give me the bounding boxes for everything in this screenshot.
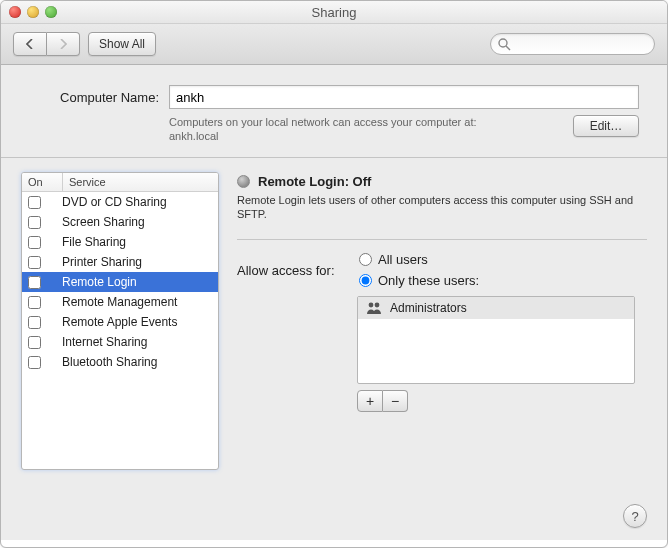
service-label: Remote Apple Events — [56, 315, 218, 329]
services-list: On Service DVD or CD SharingScreen Shari… — [21, 172, 219, 470]
window-title: Sharing — [1, 5, 667, 20]
service-enable-checkbox[interactable] — [28, 236, 41, 249]
sharing-prefpane-window: Sharing Show All Computer Name: Computer… — [0, 0, 668, 548]
service-row[interactable]: Remote Apple Events — [22, 312, 218, 332]
minimize-window-button[interactable] — [27, 6, 39, 18]
svg-line-1 — [506, 46, 510, 50]
service-row[interactable]: Remote Login — [22, 272, 218, 292]
service-label: Screen Sharing — [56, 215, 218, 229]
local-hostname-hint: Computers on your local network can acce… — [169, 115, 557, 143]
allow-access-label: Allow access for: — [237, 263, 349, 278]
allowed-user-name: Administrators — [390, 301, 467, 315]
service-label: Remote Management — [56, 295, 218, 309]
computer-name-section: Computer Name: Computers on your local n… — [1, 65, 667, 158]
service-status-title: Remote Login: Off — [258, 174, 371, 189]
allow-only-these-radio[interactable]: Only these users: — [359, 273, 479, 288]
edit-hostname-button[interactable]: Edit… — [573, 115, 639, 137]
allowed-users-list[interactable]: Administrators — [357, 296, 635, 384]
zoom-window-button[interactable] — [45, 6, 57, 18]
toolbar: Show All — [1, 24, 667, 65]
service-enable-checkbox[interactable] — [28, 256, 41, 269]
service-row[interactable]: DVD or CD Sharing — [22, 192, 218, 212]
remove-user-button[interactable]: − — [383, 390, 408, 412]
only-these-users-label: Only these users: — [378, 273, 479, 288]
allow-all-users-radio[interactable]: All users — [359, 252, 479, 267]
chevron-left-icon — [26, 39, 34, 49]
service-row[interactable]: Bluetooth Sharing — [22, 352, 218, 372]
computer-name-label: Computer Name: — [29, 90, 169, 105]
service-label: File Sharing — [56, 235, 218, 249]
content-area: On Service DVD or CD SharingScreen Shari… — [1, 158, 667, 540]
service-row[interactable]: Screen Sharing — [22, 212, 218, 232]
service-enable-checkbox[interactable] — [28, 336, 41, 349]
user-add-remove-control: + − — [357, 390, 647, 412]
add-user-button[interactable]: + — [357, 390, 383, 412]
service-label: Printer Sharing — [56, 255, 218, 269]
svg-point-0 — [499, 39, 507, 47]
all-users-label: All users — [378, 252, 428, 267]
close-window-button[interactable] — [9, 6, 21, 18]
service-enable-checkbox[interactable] — [28, 356, 41, 369]
service-detail-panel: Remote Login: Off Remote Login lets user… — [237, 172, 647, 470]
service-label: Remote Login — [56, 275, 218, 289]
help-button[interactable]: ? — [623, 504, 647, 528]
service-enable-checkbox[interactable] — [28, 316, 41, 329]
col-service-header: Service — [63, 173, 218, 191]
titlebar: Sharing — [1, 1, 667, 24]
allowed-user-row[interactable]: Administrators — [358, 297, 634, 319]
service-label: DVD or CD Sharing — [56, 195, 218, 209]
service-enable-checkbox[interactable] — [28, 216, 41, 229]
service-row[interactable]: Printer Sharing — [22, 252, 218, 272]
search-field-wrap — [490, 33, 655, 55]
forward-button[interactable] — [47, 32, 80, 56]
service-description: Remote Login lets users of other compute… — [237, 193, 647, 221]
service-label: Bluetooth Sharing — [56, 355, 218, 369]
computer-name-field[interactable] — [169, 85, 639, 109]
window-controls — [1, 6, 57, 18]
search-input[interactable] — [490, 33, 655, 55]
service-enable-checkbox[interactable] — [28, 196, 41, 209]
service-row[interactable]: Remote Management — [22, 292, 218, 312]
nav-back-forward — [13, 32, 80, 56]
group-icon — [366, 301, 382, 315]
chevron-right-icon — [59, 39, 67, 49]
service-row[interactable]: Internet Sharing — [22, 332, 218, 352]
service-row[interactable]: File Sharing — [22, 232, 218, 252]
divider — [237, 239, 647, 240]
search-icon — [497, 37, 511, 51]
svg-point-3 — [375, 303, 380, 308]
back-button[interactable] — [13, 32, 47, 56]
col-on-header: On — [22, 173, 63, 191]
service-label: Internet Sharing — [56, 335, 218, 349]
service-enable-checkbox[interactable] — [28, 296, 41, 309]
service-enable-checkbox[interactable] — [28, 276, 41, 289]
services-list-header: On Service — [22, 173, 218, 192]
svg-point-2 — [369, 303, 374, 308]
show-all-button[interactable]: Show All — [88, 32, 156, 56]
status-led-icon — [237, 175, 250, 188]
